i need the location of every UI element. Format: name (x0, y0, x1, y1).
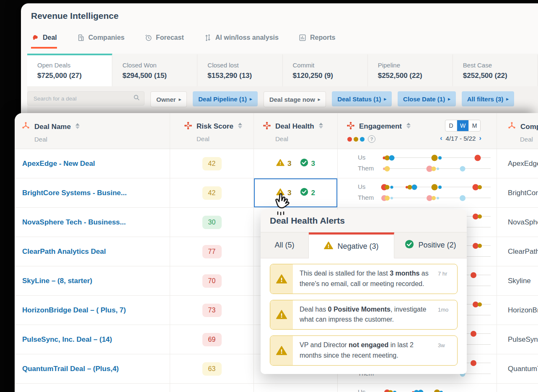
filter-deal-status[interactable]: Deal Status (1)▸ (332, 91, 392, 106)
tab-label: Companies (88, 34, 124, 41)
search-input[interactable]: Search for a deal (27, 91, 145, 106)
tab-deal[interactable]: Deal (31, 34, 57, 49)
engagement-dot-red (471, 360, 476, 366)
view-month-button[interactable]: M (469, 120, 480, 131)
chevron-left-icon[interactable]: ‹ (440, 134, 442, 142)
deal-health-cell[interactable]: 33 (253, 149, 337, 178)
filter-close-date[interactable]: Close Date (1)▸ (398, 91, 456, 106)
positive-alerts-count[interactable]: 2 (300, 188, 315, 198)
page-title: Revenue Intelligence (31, 11, 119, 21)
tab-reports[interactable]: Reports (299, 34, 335, 49)
sort-icon[interactable] (75, 123, 80, 131)
popup-tab-all[interactable]: All (5) (261, 232, 309, 258)
negative-alerts-count[interactable]: 3 (276, 159, 291, 168)
engagement-dot-lightblue (437, 197, 439, 199)
alert-item: This deal is stalled for the last 3 mont… (270, 264, 458, 294)
filter-deal-stage[interactable]: Deal stage now▸ (264, 91, 326, 107)
deal-health-cell[interactable]: 32 (253, 178, 337, 207)
engagement-dot-gold (432, 184, 438, 190)
engagement-view-toggle: D W M (445, 120, 481, 132)
filter-all-filters[interactable]: All filters (3)▸ (462, 91, 514, 106)
deal-name-link[interactable]: NovaSphere Tech - Business... (15, 208, 170, 237)
engagement-us-label: Us (358, 154, 365, 161)
legend-dot-red (347, 137, 352, 142)
tab-label: AI win/loss analysis (215, 34, 279, 41)
popup-tab-negative[interactable]: Negative (3) (309, 232, 394, 258)
risk-score-badge: 69 (202, 333, 222, 346)
deal-name-link[interactable]: SkyLine – (8, starter) (15, 266, 170, 295)
deal-name-link[interactable]: QuantumTrail Deal – (Plus,4) (15, 354, 170, 383)
popup-tab-positive[interactable]: Positive (2) (394, 232, 467, 258)
deal-name-link[interactable]: BrightCore Systems - Busine... (15, 178, 170, 207)
filter-deal-pipeline[interactable]: Deal Pipeline (1)▸ (193, 91, 257, 106)
company-cell: PulseSync (497, 325, 538, 354)
hubspot-sprocket-icon (21, 121, 30, 132)
engagement-dot-red (475, 155, 481, 161)
tab-ai-winloss[interactable]: AI win/loss analysis (204, 34, 279, 49)
view-week-button[interactable]: W (457, 120, 469, 131)
engagement-dot-lightblue (437, 168, 439, 170)
chevron-right-icon[interactable]: › (479, 134, 481, 142)
chip-label: Deal stage now (269, 96, 315, 103)
filter-bar: Search for a deal Owner▸ Deal Pipeline (… (27, 86, 538, 116)
summary-card-closed-lost[interactable]: Closed lost $153,290 (13) (197, 54, 282, 86)
sort-icon[interactable] (238, 122, 243, 131)
filter-owner[interactable]: Owner▸ (150, 91, 187, 107)
chip-label: All filters (3) (467, 95, 504, 103)
deal-name-link[interactable]: ClearPath Analytics Deal (15, 237, 170, 266)
engagement-dot-gold (432, 155, 438, 161)
engagement-timeline (383, 198, 491, 198)
risk-score-cell: 73 (170, 296, 253, 325)
positive-alerts-count[interactable]: 3 (300, 158, 315, 169)
company-cell: NovaSphere Tech (497, 208, 538, 237)
summary-card-closed-won[interactable]: Closed Won $294,500 (15) (112, 54, 197, 86)
legend-dot-blue (360, 137, 365, 142)
deal-name-link[interactable]: HorizonBridge Deal – ( Plus, 7) (15, 296, 170, 325)
sort-icon[interactable] (318, 122, 323, 131)
deal-name-link[interactable]: PulseSync, Inc. Deal – (14) (15, 325, 170, 354)
alert-item: Deal has 0 Positive Moments, investigate… (270, 300, 458, 330)
deal-health-alerts-popup: Deal Health Alerts All (5) Negative (3) … (261, 209, 467, 374)
summary-card-best-case[interactable]: Best Case $252,500 (22) (453, 54, 538, 86)
company-cell: ClearPath Analytics (497, 237, 538, 266)
column-subtitle: Deal (520, 136, 538, 143)
date-range: 4/17 - 5/22 (446, 135, 476, 142)
deal-name-link[interactable] (15, 384, 170, 392)
column-subtitle: Deal (34, 136, 170, 143)
alert-text: This deal is stalled for the last 3 mont… (293, 264, 438, 294)
column-header-deal-name[interactable]: Deal Name Deal (15, 113, 170, 149)
risk-score-cell: 69 (170, 325, 253, 354)
popup-tab-label: Negative (3) (337, 242, 378, 251)
engagement-dot-red (471, 272, 476, 278)
forecast-icon (145, 34, 152, 41)
view-day-button[interactable]: D (445, 120, 457, 131)
summary-card-pipeline[interactable]: Pipeline $252,500 (22) (368, 54, 453, 86)
column-header-company[interactable]: Comp Deal (497, 113, 538, 149)
risk-score-badge: 30 (202, 216, 222, 229)
column-title: Comp (520, 123, 538, 131)
summary-card-commit[interactable]: Commit $120,250 (9) (283, 54, 368, 86)
tab-forecast[interactable]: Forecast (145, 34, 184, 49)
tab-label: Deal (43, 34, 57, 41)
deal-health-cell[interactable] (253, 384, 337, 392)
column-header-engagement[interactable]: Engagement ? D W M ‹ 4/17 - 5/22 › (337, 113, 497, 149)
engagement-dot-gold (434, 389, 440, 392)
deal-name-link[interactable]: ApexEdge - New Deal (15, 149, 170, 178)
help-icon[interactable]: ? (368, 135, 375, 143)
column-header-risk-score[interactable]: Risk Score Deal (170, 113, 253, 149)
engagement-dot-blue (393, 391, 396, 392)
tab-companies[interactable]: Companies (77, 34, 124, 49)
negative-alerts-count[interactable]: 3 (276, 188, 291, 198)
engagement-dot-gold (478, 214, 482, 219)
column-header-deal-health[interactable]: Deal Health Deal (253, 113, 337, 149)
company-cell: Skyline (497, 266, 538, 295)
risk-score-badge: 42 (202, 186, 222, 200)
summary-card-open-deals[interactable]: Open Deals $725,000 (27) (27, 54, 112, 86)
card-value: $252,500 (22) (463, 72, 538, 80)
deal-icon (31, 34, 39, 41)
warning-icon (324, 241, 333, 252)
company-cell: HorizonBridge (497, 296, 538, 325)
card-label: Open Deals (37, 62, 112, 69)
sort-icon[interactable] (406, 122, 411, 131)
check-circle-icon (405, 240, 414, 251)
